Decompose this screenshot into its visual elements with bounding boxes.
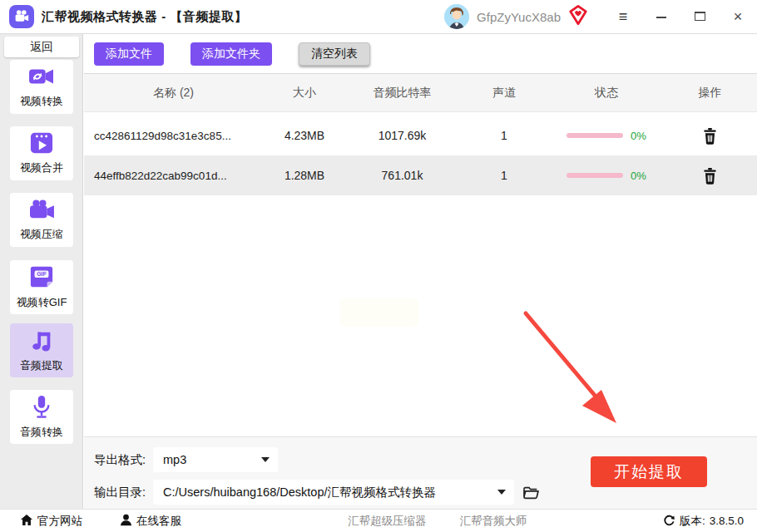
sidebar-item-label: 音频转换 [20,425,63,440]
sidebar-item-video-compress[interactable]: 视频压缩 [10,193,73,247]
fading-toast [340,298,418,327]
online-service-label: 在线客服 [136,514,181,529]
browse-folder-icon[interactable] [522,485,540,500]
sidebar-item-label: 视频合并 [20,160,63,175]
col-header-status: 状态 [550,86,663,101]
export-format-label: 导出格式: [94,452,146,468]
col-header-bitrate: 音频比特率 [346,86,458,101]
col-header-action: 操作 [663,86,757,101]
col-header-name: 名称 (2) [84,86,263,101]
official-site-link[interactable]: 官方网站 [20,514,82,529]
progress-bar [567,133,623,138]
output-dir-value: C:/Users/huibang168/Desktop/汇帮视频格式转换器 [163,485,436,500]
official-site-label: 官方网站 [37,514,82,529]
titlebar: 汇帮视频格式转换器 - 【音频提取】 GfpZyYucX8ab ≡ × [0,0,757,34]
app-logo-icon [9,5,34,28]
delete-file-button[interactable] [663,167,757,185]
customer-service-icon [120,514,132,529]
video-to-gif-icon: GIF [29,264,54,293]
sidebar-item-label: 视频转换 [20,94,63,109]
close-button[interactable]: × [719,8,757,26]
refresh-icon[interactable] [663,514,675,529]
compressor-link[interactable]: 汇帮超级压缩器 [348,514,427,529]
table-row: 44effb822d22cab99c01d... 1.28MB 761.01k … [84,155,757,195]
sidebar-item-video-merge[interactable]: 视频合并 [10,126,73,180]
version-label: 版本: [680,514,705,529]
status-cell: 0% [550,130,663,142]
sidebar-item-label: 视频转GIF [17,295,67,310]
svg-text:GIF: GIF [37,271,47,277]
sidebar-item-video-to-gif[interactable]: GIF 视频转GIF [10,260,73,314]
footer: 官方网站 在线客服 汇帮超级压缩器 汇帮音频大师 版本: 3.8.5.0 [0,509,757,532]
progress-bar [567,173,623,178]
add-file-button[interactable]: 添加文件 [94,42,164,66]
file-bitrate: 1017.69k [346,129,458,142]
output-dir-select[interactable]: C:/Users/huibang168/Desktop/汇帮视频格式转换器 [153,480,514,505]
window-title: 汇帮视频格式转换器 - 【音频提取】 [42,9,247,25]
user-avatar[interactable] [444,4,469,29]
col-header-size: 大小 [263,86,346,101]
version-info: 版本: 3.8.5.0 [663,514,744,529]
toolbar: 添加文件 添加文件夹 清空列表 [84,34,757,74]
delete-file-button[interactable] [663,127,757,145]
start-extract-button[interactable]: 开始提取 [591,456,707,487]
file-name: cc42861129d98c31e3c85... [84,130,263,142]
table-row: cc42861129d98c31e3c85... 4.23MB 1017.69k… [84,116,757,155]
progress-percent: 0% [631,170,646,182]
video-convert-icon [27,65,56,91]
audio-extract-icon [28,328,55,356]
sidebar: 返回 视频转换 视频合并 [0,34,83,509]
username-text: GfpZyYucX8ab [477,10,561,24]
video-merge-icon [28,131,55,158]
progress-percent: 0% [631,130,646,142]
export-format-select[interactable]: mp3 [153,447,278,472]
version-value: 3.8.5.0 [710,515,744,527]
add-folder-button[interactable]: 添加文件夹 [190,42,272,66]
file-size: 1.28MB [263,169,346,182]
chevron-down-icon [261,457,270,462]
sidebar-item-label: 视频压缩 [20,227,63,242]
col-header-channels: 声道 [458,86,550,101]
minimize-button[interactable] [642,9,680,24]
output-dir-label: 输出目录: [94,485,146,500]
vip-badge-icon[interactable] [567,4,589,29]
output-panel: 导出格式: mp3 输出目录: C:/Users/huibang168/Desk… [84,436,757,509]
sidebar-item-label: 音频提取 [20,358,63,373]
back-button[interactable]: 返回 [4,37,79,57]
back-button-label: 返回 [30,40,53,55]
audio-convert-icon [31,394,52,422]
video-compress-icon [27,198,56,224]
file-channels: 1 [458,129,550,142]
compressor-link-label: 汇帮超级压缩器 [348,514,427,529]
audio-master-link-label: 汇帮音频大师 [460,514,527,529]
online-service-link[interactable]: 在线客服 [120,514,181,529]
audio-master-link[interactable]: 汇帮音频大师 [460,514,527,529]
home-icon [20,514,33,529]
chevron-down-icon [497,490,506,495]
file-size: 4.23MB [263,129,346,142]
sidebar-item-video-convert[interactable]: 视频转换 [10,60,73,114]
file-bitrate: 761.01k [346,169,458,182]
maximize-button[interactable] [680,9,719,24]
table-header: 名称 (2) 大小 音频比特率 声道 状态 操作 [84,74,757,112]
clear-list-button[interactable]: 清空列表 [299,42,370,66]
sidebar-item-audio-extract[interactable]: 音频提取 [10,323,73,377]
export-format-value: mp3 [163,453,186,466]
sidebar-item-audio-convert[interactable]: 音频转换 [10,390,73,444]
hamburger-menu-icon[interactable]: ≡ [604,8,642,26]
file-channels: 1 [458,169,550,182]
file-name: 44effb822d22cab99c01d... [84,170,263,182]
status-cell: 0% [550,170,663,182]
